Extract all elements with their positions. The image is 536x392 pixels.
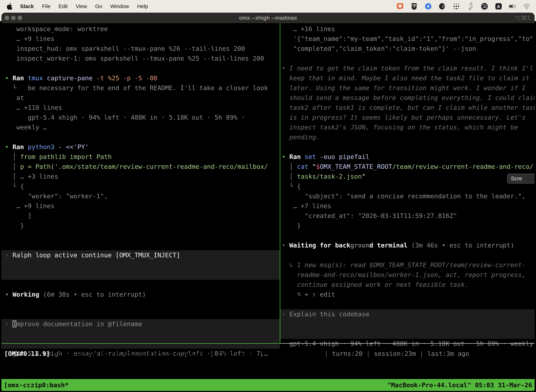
window-shortcut-hint: ⌥⌘1 xyxy=(514,13,530,23)
menu-items: Slack File Edit View Go Window Help xyxy=(20,3,148,9)
menu-item-view[interactable]: View xyxy=(76,3,87,9)
menu-bar: Slack File Edit View Go Window Help xyxy=(0,0,536,13)
wifi-icon[interactable] xyxy=(523,2,531,10)
pane-divider[interactable] xyxy=(280,23,280,344)
left-prompt-input[interactable]: › Improve documentation in @filename xyxy=(1,319,280,349)
omx-session-status: [OMX#0.11.9] cczip/essay/ai-reimplementa… xyxy=(4,349,535,359)
chat-app-icon[interactable] xyxy=(396,2,404,10)
tmux-pane-left[interactable]: workspace_mode: worktree … +9 lines insp… xyxy=(1,24,280,365)
dots-grid-icon[interactable] xyxy=(452,2,460,10)
window-title: omx --xhigh --madmax xyxy=(1,13,535,23)
menu-item-window[interactable]: Window xyxy=(110,3,129,9)
menu-item-go[interactable]: Go xyxy=(95,3,102,9)
menu-item-edit[interactable]: Edit xyxy=(58,3,68,9)
svg-text:A: A xyxy=(497,4,500,9)
keyboard-layout-icon[interactable]: A xyxy=(494,2,502,10)
tmux-status-bar[interactable]: [omx-cczip0:bash* "MacBook-Pro-44.local"… xyxy=(1,379,535,391)
tmux-session-window-label: [omx-cczip0:bash* xyxy=(4,382,69,389)
battery-charging-icon[interactable] xyxy=(509,2,517,10)
terminal-content: workspace_mode: worktree … +9 lines insp… xyxy=(1,23,535,392)
menu-item-slack[interactable]: Slack xyxy=(20,3,34,9)
right-pane-border-bottom xyxy=(280,343,535,344)
tmux-host-clock-label: "MacBook-Pro-44.local" 05:03 31-Mar-26 xyxy=(387,382,532,389)
shield-grid-icon[interactable] xyxy=(410,2,418,10)
left-pane-working: • Working (6m 38s • esc to interrupt) xyxy=(5,280,280,309)
right-prompt-input[interactable]: › Explain this codebase xyxy=(280,309,535,339)
squiggle-icon[interactable] xyxy=(466,2,474,10)
percent-badge-icon[interactable]: ..61 xyxy=(480,2,488,10)
screen-tooltip: Scre xyxy=(507,174,535,183)
menu-item-file[interactable]: File xyxy=(42,3,50,9)
screen: Slack File Edit View Go Window Help xyxy=(0,0,536,392)
tmux-pane-right[interactable]: … +16 lines '{"team_name":"my-team","tas… xyxy=(280,24,535,365)
window-title-bar[interactable]: omx --xhigh --madmax ⌥⌘1 xyxy=(1,13,535,23)
right-pane-output: … +16 lines '{"team_name":"my-team","tas… xyxy=(282,24,535,299)
apple-menu-icon[interactable] xyxy=(5,2,13,10)
left-pane-border-bottom xyxy=(1,343,280,344)
blue-badge-icon[interactable] xyxy=(424,2,432,10)
menu-item-help[interactable]: Help xyxy=(137,3,148,9)
left-pane-output: workspace_mode: worktree … +9 lines insp… xyxy=(5,24,280,240)
percent-badge-label: ..61 xyxy=(482,5,487,9)
crescent-icon[interactable] xyxy=(438,2,446,10)
right-pane-statusline: gpt-5.4 xhigh · 94% left · 488K in · 5.1… xyxy=(282,339,535,349)
menu-bar-status-icons: ..61 A xyxy=(396,2,531,10)
ralph-loop-banner: › Ralph loop active continue [OMX_TMUX_I… xyxy=(1,250,280,280)
terminal-window: omx --xhigh --madmax ⌥⌘1 workspace_mode:… xyxy=(1,13,535,392)
